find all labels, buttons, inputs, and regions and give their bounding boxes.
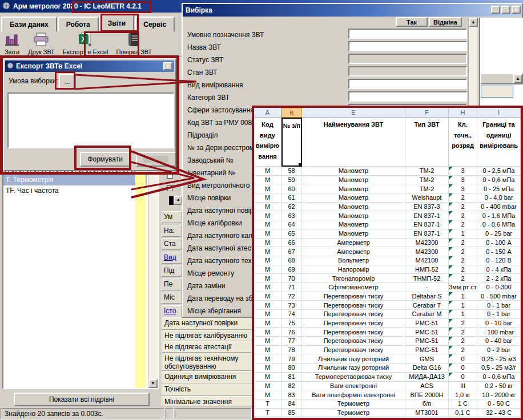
list-scrollbar[interactable]: ▼: [148, 170, 158, 388]
cell-r73-c1[interactable]: 73: [281, 301, 302, 310]
cell-r83-c3[interactable]: ВПЕ 2000Н: [405, 390, 449, 399]
cell-r64-c1[interactable]: 64: [281, 220, 302, 229]
dialog-close-button[interactable]: ✕: [163, 62, 172, 70]
cell-r81-c4[interactable]: 0: [449, 373, 477, 382]
cell-r75-c4[interactable]: 2: [449, 319, 477, 328]
cell-r62-c4[interactable]: 2: [449, 203, 477, 212]
cell-r63-c2[interactable]: Манометр: [302, 211, 405, 220]
cell-r60-c4[interactable]: 3: [449, 184, 477, 193]
cell-r71-c1[interactable]: 71: [281, 283, 302, 292]
cell-r83-c5[interactable]: 10 - 2000 кг: [477, 390, 521, 399]
table-row[interactable]: М79Лічильник газу роторнийGMS00,25 - 25 …: [254, 354, 521, 364]
cell-r58-c5[interactable]: 0 - 2,5 мПа: [477, 167, 521, 176]
cell-r67-c5[interactable]: 0 - 150 А: [477, 247, 521, 256]
cell-r69-c0[interactable]: М: [254, 265, 281, 274]
field-input-2[interactable]: [348, 54, 467, 64]
cell-r85-c2[interactable]: Термометр: [302, 409, 405, 418]
checkbox[interactable]: [167, 185, 173, 191]
cell-r61-c2[interactable]: Манометр: [302, 193, 405, 203]
column-letter-E[interactable]: E: [302, 108, 405, 118]
cell-r70-c3[interactable]: ТНМП-52: [405, 274, 449, 283]
field-input-5[interactable]: [348, 91, 467, 102]
cell-r59-c3[interactable]: ТМ-2: [405, 176, 449, 185]
cell-r83-c1[interactable]: 83: [281, 390, 302, 399]
table-row[interactable]: М76Перетворювач тискуPMC-512- 100 mbar: [254, 328, 521, 337]
cell-r61-c1[interactable]: 61: [281, 193, 302, 203]
maximize-button[interactable]: □: [501, 6, 510, 14]
cell-r71-c5[interactable]: 0 - 0-300: [477, 283, 521, 292]
minimize-button[interactable]: _: [491, 6, 500, 14]
cell-r60-c1[interactable]: 60: [281, 184, 302, 193]
section-row-4[interactable]: Одиниця вимірювання: [162, 371, 252, 383]
cell-r85-c5[interactable]: 32 - 43 С: [477, 409, 521, 418]
cell-r84-c5[interactable]: 0 - 50 С: [477, 399, 521, 409]
cell-r76-c3[interactable]: PMC-51: [405, 328, 449, 337]
cell-r77-c5[interactable]: 0 - 40 bar: [477, 337, 521, 346]
cell-r83-c0[interactable]: М: [254, 390, 281, 399]
cell-r79-c2[interactable]: Лічильник газу роторний: [302, 354, 405, 364]
cell-r59-c5[interactable]: 0 - 0,6 мПа: [477, 176, 521, 185]
table-row[interactable]: М70ТягонапоромірТНМП-5222 - 2 кПа: [254, 274, 521, 283]
cell-r79-c1[interactable]: 79: [281, 354, 302, 364]
cell-r68-c1[interactable]: 68: [281, 256, 302, 265]
table-row[interactable]: М71Сфігмоманометр-3мм.рт ст0 - 0-300: [254, 283, 521, 292]
cell-r70-c2[interactable]: Тягонапоромір: [302, 274, 405, 283]
cell-r81-c2[interactable]: Термоперетворювач тиску: [302, 373, 405, 382]
cell-r81-c0[interactable]: М: [254, 373, 281, 382]
cell-r64-c3[interactable]: EN 837-1: [405, 220, 449, 229]
column-letter-F[interactable]: F: [405, 108, 449, 118]
cell-r71-c4[interactable]: 3мм.рт ст: [449, 283, 477, 292]
cell-r69-c2[interactable]: Напоромір: [302, 265, 405, 274]
cell-r84-c1[interactable]: 84: [281, 399, 302, 409]
cell-r60-c5[interactable]: 0 - 25 мПа: [477, 184, 521, 193]
cell-r82-c1[interactable]: 82: [281, 382, 302, 391]
section-row-0[interactable]: Дата наступної повірки: [162, 317, 252, 330]
cell-r82-c0[interactable]: М: [254, 382, 281, 391]
toolbar-button-2[interactable]: XЕкспорт в Excel: [60, 33, 111, 56]
cell-r79-c3[interactable]: GMS: [405, 354, 449, 364]
show-all-sublevels-button[interactable]: Показати всі підрівні: [14, 393, 150, 406]
cell-r75-c2[interactable]: Перетворювач тиску: [302, 319, 405, 328]
table-row[interactable]: Т85ТермометрМТ30010,1 С32 - 43 С: [254, 409, 521, 418]
cell-r81-c1[interactable]: 81: [281, 373, 302, 382]
cell-r65-c2[interactable]: Манометр: [302, 229, 405, 239]
cell-r80-c2[interactable]: Лічильник газу роторний: [302, 364, 405, 373]
tab-3[interactable]: Сервіс: [135, 17, 175, 32]
tab-1[interactable]: Робота: [58, 17, 99, 32]
header-cell-2[interactable]: Найменування ЗВТ: [302, 118, 405, 167]
cell-r76-c2[interactable]: Перетворювач тиску: [302, 328, 405, 337]
list-item-0[interactable]: Т. Термометрія: [3, 175, 147, 185]
column-letter-B[interactable]: B: [281, 108, 302, 118]
cell-r84-c0[interactable]: Т: [254, 399, 281, 409]
cell-r68-c4[interactable]: 2: [449, 256, 477, 265]
table-row[interactable]: М61МанометрWeishaupt20 - 4,0 bar: [254, 193, 521, 203]
cell-r77-c4[interactable]: 2: [449, 337, 477, 346]
cell-r75-c5[interactable]: 0 - 10 bar: [477, 319, 521, 328]
section-row-5[interactable]: Точність: [162, 383, 252, 396]
cell-r58-c4[interactable]: 3: [449, 167, 477, 176]
cell-r62-c1[interactable]: 62: [281, 203, 302, 212]
table-row[interactable]: М82Ваги електронніACSIII0,2 - 50 кг: [254, 382, 521, 391]
cell-r67-c1[interactable]: 67: [281, 247, 302, 256]
scroll-down-button[interactable]: ▼: [148, 379, 158, 388]
cell-r67-c3[interactable]: М42300: [405, 247, 449, 256]
cell-r76-c5[interactable]: - 100 mbar: [477, 328, 521, 337]
cell-r80-c3[interactable]: Delta G16: [405, 364, 449, 373]
table-row[interactable]: М60МанометрТМ-230 - 25 мПа: [254, 184, 521, 193]
table-row[interactable]: М74Перетворювач тискуCerabar M10 - 1 bar: [254, 310, 521, 319]
table-row[interactable]: М66АмперметрМ4230020 - 100 А: [254, 239, 521, 248]
cell-r79-c4[interactable]: 0: [449, 354, 477, 364]
cell-r61-c5[interactable]: 0 - 4,0 bar: [477, 193, 521, 203]
cell-r79-c5[interactable]: 0,25 - 25 м3: [477, 354, 521, 364]
scroll-left-button[interactable]: ◄: [174, 196, 182, 205]
cell-r61-c0[interactable]: М: [254, 193, 281, 203]
section-row-1[interactable]: Не підлягає калібруванню: [162, 330, 252, 341]
cell-r80-c4[interactable]: 0: [449, 364, 477, 373]
cell-r69-c5[interactable]: 0 - 4 кПа: [477, 265, 521, 274]
tab-2[interactable]: Звіти: [99, 14, 134, 32]
table-row[interactable]: М68ВольтметрМ4210020 - 120 В: [254, 256, 521, 265]
cell-r77-c2[interactable]: Перетворювач тиску: [302, 337, 405, 346]
cell-r82-c3[interactable]: ACS: [405, 382, 449, 391]
cell-r66-c1[interactable]: 66: [281, 239, 302, 248]
cell-r64-c2[interactable]: Манометр: [302, 220, 405, 229]
